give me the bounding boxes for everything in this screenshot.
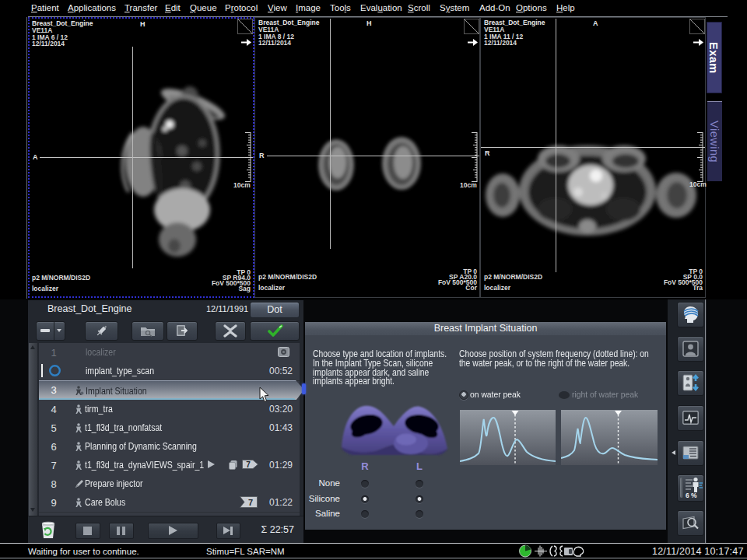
svg-text:7: 7 [246,460,251,469]
svg-text:7: 7 [248,498,253,507]
